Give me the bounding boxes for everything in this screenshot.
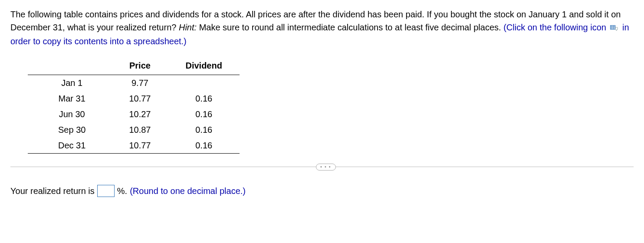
hint-label: Hint: bbox=[179, 23, 197, 32]
cell-dividend: 0.16 bbox=[168, 91, 239, 106]
cell-date: Sep 30 bbox=[28, 122, 112, 138]
answer-note: (Round to one decimal place.) bbox=[130, 184, 246, 197]
table-row: Mar 31 10.77 0.16 bbox=[28, 91, 240, 106]
cell-date: Mar 31 bbox=[28, 91, 112, 106]
cell-date: Jun 30 bbox=[28, 106, 112, 122]
cell-price: 10.87 bbox=[112, 122, 168, 138]
header-blank bbox=[28, 56, 112, 75]
price-dividend-table: Price Dividend Jan 1 9.77 Mar 31 10.77 0… bbox=[28, 56, 240, 154]
expand-collapse-button[interactable]: • • • bbox=[316, 164, 336, 171]
answer-suffix: %. bbox=[117, 184, 127, 197]
section-divider: • • • bbox=[10, 167, 634, 167]
table-row: Jan 1 9.77 bbox=[28, 75, 240, 91]
cell-price: 10.27 bbox=[112, 106, 168, 122]
header-price: Price bbox=[112, 56, 168, 75]
answer-prefix: Your realized return is bbox=[10, 184, 95, 197]
realized-return-input[interactable] bbox=[97, 185, 115, 197]
copy-to-spreadsheet-icon[interactable] bbox=[610, 22, 618, 35]
answer-row: Your realized return is %. (Round to one… bbox=[10, 184, 634, 197]
table-row: Jun 30 10.27 0.16 bbox=[28, 106, 240, 122]
table-header-row: Price Dividend bbox=[28, 56, 240, 75]
question-text: The following table contains prices and … bbox=[10, 8, 634, 48]
cell-dividend bbox=[168, 75, 239, 91]
cell-price: 10.77 bbox=[112, 138, 168, 154]
cell-price: 10.77 bbox=[112, 91, 168, 106]
table-row: Sep 30 10.87 0.16 bbox=[28, 122, 240, 138]
header-dividend: Dividend bbox=[168, 56, 239, 75]
table-row: Dec 31 10.77 0.16 bbox=[28, 138, 240, 154]
cell-price: 9.77 bbox=[112, 75, 168, 91]
copy-instruction-pre: (Click on the following icon bbox=[503, 23, 608, 32]
cell-dividend: 0.16 bbox=[168, 122, 239, 138]
cell-date: Dec 31 bbox=[28, 138, 112, 154]
cell-dividend: 0.16 bbox=[168, 106, 239, 122]
cell-date: Jan 1 bbox=[28, 75, 112, 91]
svg-rect-0 bbox=[611, 25, 615, 29]
cell-dividend: 0.16 bbox=[168, 138, 239, 154]
hint-text: Make sure to round all intermediate calc… bbox=[199, 23, 501, 32]
